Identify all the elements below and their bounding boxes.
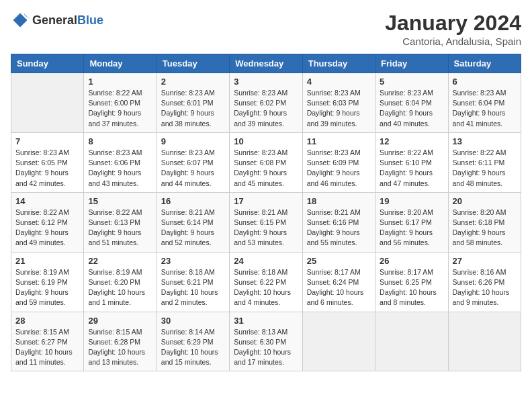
day-cell: 19Sunrise: 8:20 AM Sunset: 6:17 PM Dayli…	[375, 192, 448, 252]
day-number: 16	[161, 196, 225, 206]
day-info: Sunrise: 8:13 AM Sunset: 6:30 PM Dayligh…	[234, 327, 298, 368]
day-info: Sunrise: 8:23 AM Sunset: 6:09 PM Dayligh…	[307, 148, 371, 189]
day-info: Sunrise: 8:20 AM Sunset: 6:18 PM Dayligh…	[453, 208, 517, 248]
day-number: 29	[88, 316, 152, 326]
day-cell: 13Sunrise: 8:22 AM Sunset: 6:11 PM Dayli…	[448, 132, 521, 192]
day-cell: 4Sunrise: 8:23 AM Sunset: 6:03 PM Daylig…	[302, 73, 375, 133]
weekday-header-tuesday: Tuesday	[157, 54, 229, 73]
logo-blue: Blue	[77, 13, 103, 27]
day-cell	[11, 73, 84, 133]
day-number: 31	[234, 316, 298, 326]
day-cell: 28Sunrise: 8:15 AM Sunset: 6:27 PM Dayli…	[11, 312, 84, 371]
day-info: Sunrise: 8:17 AM Sunset: 6:24 PM Dayligh…	[307, 267, 371, 308]
month-title: January 2024	[385, 11, 521, 36]
day-number: 17	[234, 196, 298, 206]
day-cell: 20Sunrise: 8:20 AM Sunset: 6:18 PM Dayli…	[448, 192, 521, 252]
day-number: 15	[88, 196, 152, 206]
day-number: 7	[15, 136, 79, 146]
day-number: 20	[453, 196, 517, 206]
day-info: Sunrise: 8:21 AM Sunset: 6:15 PM Dayligh…	[234, 208, 298, 248]
day-info: Sunrise: 8:14 AM Sunset: 6:29 PM Dayligh…	[161, 327, 225, 368]
weekday-header-row: SundayMondayTuesdayWednesdayThursdayFrid…	[11, 54, 521, 73]
day-cell	[375, 312, 448, 371]
day-info: Sunrise: 8:23 AM Sunset: 6:07 PM Dayligh…	[161, 148, 225, 189]
logo-text: GeneralBlue	[32, 13, 103, 28]
day-cell: 23Sunrise: 8:18 AM Sunset: 6:21 PM Dayli…	[157, 252, 229, 312]
day-cell: 9Sunrise: 8:23 AM Sunset: 6:07 PM Daylig…	[157, 132, 229, 192]
day-cell	[448, 312, 521, 371]
day-number: 30	[161, 316, 225, 326]
week-row-1: 1Sunrise: 8:22 AM Sunset: 6:00 PM Daylig…	[11, 73, 521, 133]
logo-icon	[11, 11, 30, 30]
day-number: 23	[161, 256, 225, 266]
day-info: Sunrise: 8:21 AM Sunset: 6:16 PM Dayligh…	[307, 208, 371, 248]
day-cell: 6Sunrise: 8:23 AM Sunset: 6:04 PM Daylig…	[448, 73, 521, 133]
day-cell: 5Sunrise: 8:23 AM Sunset: 6:04 PM Daylig…	[375, 73, 448, 133]
weekday-header-wednesday: Wednesday	[230, 54, 302, 73]
day-number: 2	[161, 77, 225, 87]
day-info: Sunrise: 8:22 AM Sunset: 6:12 PM Dayligh…	[15, 208, 79, 248]
day-cell: 31Sunrise: 8:13 AM Sunset: 6:30 PM Dayli…	[230, 312, 302, 371]
day-number: 27	[453, 256, 517, 266]
day-number: 21	[15, 256, 79, 266]
day-cell: 24Sunrise: 8:18 AM Sunset: 6:22 PM Dayli…	[230, 252, 302, 312]
week-row-2: 7Sunrise: 8:23 AM Sunset: 6:05 PM Daylig…	[11, 132, 521, 192]
day-info: Sunrise: 8:18 AM Sunset: 6:21 PM Dayligh…	[161, 267, 225, 308]
day-cell: 16Sunrise: 8:21 AM Sunset: 6:14 PM Dayli…	[157, 192, 229, 252]
location-title: Cantoria, Andalusia, Spain	[385, 36, 521, 47]
day-info: Sunrise: 8:22 AM Sunset: 6:13 PM Dayligh…	[88, 208, 152, 248]
day-number: 18	[307, 196, 371, 206]
weekday-header-saturday: Saturday	[448, 54, 521, 73]
day-info: Sunrise: 8:23 AM Sunset: 6:01 PM Dayligh…	[161, 88, 225, 129]
day-info: Sunrise: 8:23 AM Sunset: 6:08 PM Dayligh…	[234, 148, 298, 189]
day-info: Sunrise: 8:21 AM Sunset: 6:14 PM Dayligh…	[161, 208, 225, 248]
day-info: Sunrise: 8:23 AM Sunset: 6:06 PM Dayligh…	[88, 148, 152, 189]
day-info: Sunrise: 8:16 AM Sunset: 6:26 PM Dayligh…	[453, 267, 517, 308]
calendar-table: SundayMondayTuesdayWednesdayThursdayFrid…	[11, 54, 521, 371]
day-info: Sunrise: 8:19 AM Sunset: 6:20 PM Dayligh…	[88, 267, 152, 308]
day-info: Sunrise: 8:17 AM Sunset: 6:25 PM Dayligh…	[380, 267, 443, 308]
day-info: Sunrise: 8:23 AM Sunset: 6:05 PM Dayligh…	[15, 148, 79, 189]
weekday-header-friday: Friday	[375, 54, 448, 73]
day-info: Sunrise: 8:18 AM Sunset: 6:22 PM Dayligh…	[234, 267, 298, 308]
day-cell: 12Sunrise: 8:22 AM Sunset: 6:10 PM Dayli…	[375, 132, 448, 192]
day-number: 19	[380, 196, 443, 206]
day-cell: 25Sunrise: 8:17 AM Sunset: 6:24 PM Dayli…	[302, 252, 375, 312]
day-info: Sunrise: 8:19 AM Sunset: 6:19 PM Dayligh…	[15, 267, 79, 308]
day-cell: 10Sunrise: 8:23 AM Sunset: 6:08 PM Dayli…	[230, 132, 302, 192]
day-cell	[302, 312, 375, 371]
day-info: Sunrise: 8:22 AM Sunset: 6:10 PM Dayligh…	[380, 148, 443, 189]
day-number: 26	[380, 256, 443, 266]
week-row-3: 14Sunrise: 8:22 AM Sunset: 6:12 PM Dayli…	[11, 192, 521, 252]
day-info: Sunrise: 8:23 AM Sunset: 6:03 PM Dayligh…	[307, 88, 371, 129]
day-info: Sunrise: 8:22 AM Sunset: 6:00 PM Dayligh…	[88, 88, 152, 129]
day-number: 11	[307, 136, 371, 146]
day-number: 10	[234, 136, 298, 146]
day-cell: 17Sunrise: 8:21 AM Sunset: 6:15 PM Dayli…	[230, 192, 302, 252]
day-cell: 18Sunrise: 8:21 AM Sunset: 6:16 PM Dayli…	[302, 192, 375, 252]
day-cell: 2Sunrise: 8:23 AM Sunset: 6:01 PM Daylig…	[157, 73, 229, 133]
day-cell: 30Sunrise: 8:14 AM Sunset: 6:29 PM Dayli…	[157, 312, 229, 371]
day-number: 8	[88, 136, 152, 146]
day-cell: 8Sunrise: 8:23 AM Sunset: 6:06 PM Daylig…	[84, 132, 157, 192]
day-cell: 1Sunrise: 8:22 AM Sunset: 6:00 PM Daylig…	[84, 73, 157, 133]
day-cell: 7Sunrise: 8:23 AM Sunset: 6:05 PM Daylig…	[11, 132, 84, 192]
day-info: Sunrise: 8:20 AM Sunset: 6:17 PM Dayligh…	[380, 208, 443, 248]
day-number: 22	[88, 256, 152, 266]
day-info: Sunrise: 8:23 AM Sunset: 6:02 PM Dayligh…	[234, 88, 298, 129]
day-number: 25	[307, 256, 371, 266]
day-info: Sunrise: 8:22 AM Sunset: 6:11 PM Dayligh…	[453, 148, 517, 189]
week-row-4: 21Sunrise: 8:19 AM Sunset: 6:19 PM Dayli…	[11, 252, 521, 312]
day-number: 6	[453, 77, 517, 87]
day-cell: 21Sunrise: 8:19 AM Sunset: 6:19 PM Dayli…	[11, 252, 84, 312]
page-header: GeneralBlue January 2024 Cantoria, Andal…	[11, 11, 521, 47]
day-number: 24	[234, 256, 298, 266]
day-cell: 15Sunrise: 8:22 AM Sunset: 6:13 PM Dayli…	[84, 192, 157, 252]
day-info: Sunrise: 8:15 AM Sunset: 6:28 PM Dayligh…	[88, 327, 152, 368]
logo: GeneralBlue	[11, 11, 103, 30]
day-number: 13	[453, 136, 517, 146]
weekday-header-sunday: Sunday	[11, 54, 84, 73]
day-cell: 22Sunrise: 8:19 AM Sunset: 6:20 PM Dayli…	[84, 252, 157, 312]
day-info: Sunrise: 8:23 AM Sunset: 6:04 PM Dayligh…	[453, 88, 517, 129]
day-info: Sunrise: 8:23 AM Sunset: 6:04 PM Dayligh…	[380, 88, 443, 129]
